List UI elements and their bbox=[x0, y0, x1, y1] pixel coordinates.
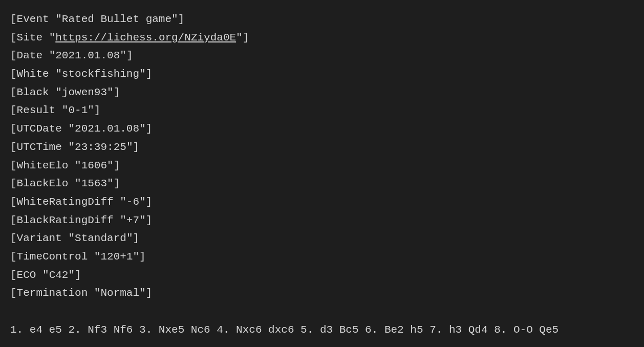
pgn-tag-key: BlackElo bbox=[17, 178, 69, 189]
pgn-tag-value: +7 bbox=[126, 214, 139, 226]
pgn-tag-line: [UTCDate "2021.01.08"] bbox=[10, 120, 634, 138]
pgn-tag-line: [Date "2021.01.08"] bbox=[10, 47, 634, 65]
pgn-tag-key: WhiteElo bbox=[17, 160, 69, 171]
pgn-tag-key: BlackRatingDiff bbox=[17, 214, 114, 226]
pgn-tag-value: 120+1 bbox=[100, 251, 133, 263]
pgn-tag-value: 1563 bbox=[81, 178, 107, 189]
pgn-tag-value-link[interactable]: https://lichess.org/NZiyda0E bbox=[55, 32, 236, 44]
pgn-tag-line: [Event "Rated Bullet game"] bbox=[10, 10, 634, 29]
pgn-tag-line: [ECO "C42"] bbox=[10, 266, 634, 285]
pgn-tag-key: Black bbox=[17, 86, 49, 98]
pgn-tag-line: [WhiteElo "1606"] bbox=[10, 157, 634, 175]
pgn-tag-value: Standard bbox=[75, 232, 126, 244]
pgn-tag-key: UTCTime bbox=[17, 141, 62, 153]
pgn-tags: [Event "Rated Bullet game"][Site "https:… bbox=[10, 10, 634, 302]
pgn-tag-line: [Black "jowen93"] bbox=[10, 83, 634, 102]
pgn-tag-line: [UTCTime "23:39:25"] bbox=[10, 138, 634, 157]
pgn-tag-line: [Site "https://lichess.org/NZiyda0E"] bbox=[10, 29, 634, 47]
pgn-tag-value: 0-1 bbox=[68, 104, 88, 116]
pgn-tag-line: [Termination "Normal"] bbox=[10, 284, 634, 302]
pgn-tag-value: -6 bbox=[126, 196, 139, 208]
pgn-tag-key: Variant bbox=[17, 232, 62, 244]
pgn-tag-line: [BlackElo "1563"] bbox=[10, 175, 634, 193]
pgn-tag-value: Normal bbox=[100, 287, 139, 299]
pgn-tag-line: [WhiteRatingDiff "-6"] bbox=[10, 193, 634, 211]
pgn-tag-line: [Result "0-1"] bbox=[10, 101, 634, 120]
pgn-tag-key: ECO bbox=[17, 269, 36, 281]
pgn-tag-key: Termination bbox=[17, 287, 88, 299]
pgn-tag-key: White bbox=[17, 68, 49, 80]
pgn-tag-value: C42 bbox=[49, 269, 69, 281]
pgn-tag-value: 2021.01.08 bbox=[55, 50, 120, 61]
pgn-tag-key: Event bbox=[17, 13, 49, 25]
pgn-text-block: [Event "Rated Bullet game"][Site "https:… bbox=[0, 0, 644, 347]
pgn-tag-line: [BlackRatingDiff "+7"] bbox=[10, 211, 634, 230]
pgn-tag-value: 2021.01.08 bbox=[75, 123, 139, 135]
pgn-tag-key: Site bbox=[17, 32, 42, 44]
pgn-tag-value: 1606 bbox=[81, 160, 107, 171]
pgn-tag-line: [Variant "Standard"] bbox=[10, 229, 634, 248]
pgn-moves: 1. e4 e5 2. Nf3 Nf6 3. Nxe5 Nc6 4. Nxc6 … bbox=[10, 321, 634, 339]
pgn-tag-key: WhiteRatingDiff bbox=[17, 196, 114, 208]
pgn-tag-key: Date bbox=[17, 50, 42, 61]
pgn-tag-value: Rated Bullet game bbox=[62, 13, 171, 25]
pgn-tag-line: [White "stockfishing"] bbox=[10, 65, 634, 83]
pgn-tag-key: UTCDate bbox=[17, 123, 62, 135]
pgn-tag-key: TimeControl bbox=[17, 251, 88, 263]
pgn-tag-key: Result bbox=[17, 104, 56, 116]
pgn-tag-value: stockfishing bbox=[62, 68, 139, 80]
pgn-tag-line: [TimeControl "120+1"] bbox=[10, 248, 634, 266]
pgn-tag-value: jowen93 bbox=[62, 86, 107, 98]
pgn-tag-value: 23:39:25 bbox=[75, 141, 126, 153]
